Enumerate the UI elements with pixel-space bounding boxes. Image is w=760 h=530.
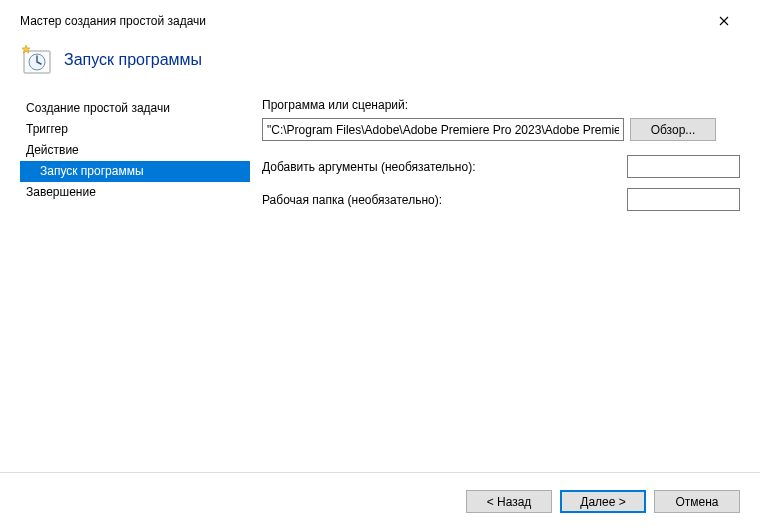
- titlebar: Мастер создания простой задачи: [0, 0, 760, 42]
- program-input[interactable]: [262, 118, 624, 141]
- browse-button[interactable]: Обзор...: [630, 118, 716, 141]
- startdir-label: Рабочая папка (необязательно):: [262, 193, 442, 207]
- sidebar-item-start-program[interactable]: Запуск программы: [20, 161, 250, 182]
- clock-new-icon: [20, 44, 52, 76]
- back-button[interactable]: < Назад: [466, 490, 552, 513]
- wizard-footer: < Назад Далее > Отмена: [0, 472, 760, 530]
- startdir-input[interactable]: [627, 188, 740, 211]
- sidebar-item-create[interactable]: Создание простой задачи: [20, 98, 250, 119]
- wizard-header: Запуск программы: [0, 42, 760, 94]
- close-icon[interactable]: [704, 6, 744, 36]
- sidebar-item-trigger[interactable]: Триггер: [20, 119, 250, 140]
- sidebar-item-finish[interactable]: Завершение: [20, 182, 250, 203]
- page-title: Запуск программы: [64, 51, 202, 69]
- program-label: Программа или сценарий:: [262, 98, 408, 112]
- next-button[interactable]: Далее >: [560, 490, 646, 513]
- arguments-input[interactable]: [627, 155, 740, 178]
- wizard-window: Мастер создания простой задачи Запуск пр…: [0, 0, 760, 530]
- window-title: Мастер создания простой задачи: [20, 14, 704, 28]
- wizard-main: Программа или сценарий: Обзор... Добавит…: [250, 94, 740, 472]
- wizard-body: Создание простой задачи Триггер Действие…: [0, 94, 760, 472]
- wizard-sidebar: Создание простой задачи Триггер Действие…: [20, 94, 250, 472]
- cancel-button[interactable]: Отмена: [654, 490, 740, 513]
- arguments-label: Добавить аргументы (необязательно):: [262, 160, 475, 174]
- sidebar-item-action[interactable]: Действие: [20, 140, 250, 161]
